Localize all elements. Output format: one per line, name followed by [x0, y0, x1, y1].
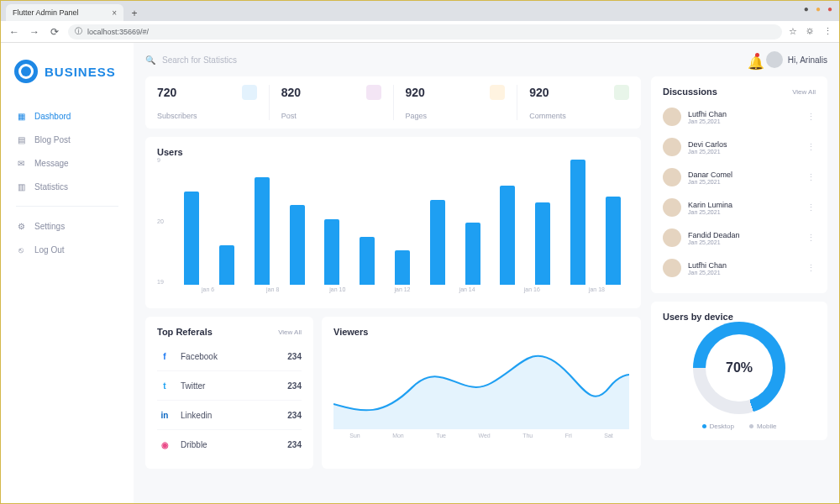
chart-bar: [324, 219, 339, 285]
logout-icon: ⎋: [16, 244, 26, 255]
y-tick: 19: [157, 279, 172, 285]
stat-value: 920: [529, 86, 549, 99]
nav-label: Log Out: [34, 245, 65, 255]
brand-logo[interactable]: BUSINESS: [1, 55, 134, 98]
discussion-item[interactable]: Danar Comel Jan 25,2021 ⋮: [663, 162, 816, 192]
discussions-card: Discussions View All Lutfhi Chan Jan 25,…: [651, 76, 827, 293]
bookmark-icon[interactable]: ☆: [789, 26, 797, 37]
chart-icon: ▥: [16, 181, 26, 192]
x-axis: jan 6jan 8jan 10jan 12jan 14jan 16jan 18: [176, 286, 629, 298]
more-icon[interactable]: ⋮: [806, 233, 816, 244]
maximize-icon[interactable]: ●: [816, 4, 821, 13]
nav-settings[interactable]: ⚙ Settings: [1, 215, 134, 237]
back-button[interactable]: ←: [8, 26, 21, 38]
reload-button[interactable]: ⟳: [48, 26, 61, 38]
chart-bar: [535, 202, 550, 285]
legend-item: Desktop: [702, 423, 734, 430]
discussion-date: Jan 25,2021: [688, 270, 800, 276]
nav-label: Dashbord: [34, 112, 71, 121]
referral-item[interactable]: f Facebook 234: [157, 342, 302, 371]
avatar: [663, 168, 681, 186]
discussion-item[interactable]: Lutfhi Chan Jan 25,2021 ⋮: [663, 102, 816, 132]
referrals-title: Top Referals: [157, 327, 213, 337]
stat-icon: [490, 85, 505, 100]
browser-tab[interactable]: Flutter Admin Panel ×: [6, 4, 123, 21]
y-tick: 20: [157, 218, 172, 224]
nav-blog-post[interactable]: ▤ Blog Post: [1, 129, 134, 150]
referral-value: 234: [287, 411, 302, 420]
x-tick: jan 8: [255, 286, 291, 298]
discussions-view-all[interactable]: View All: [792, 88, 816, 96]
menu-icon[interactable]: ⋮: [823, 26, 832, 37]
more-icon[interactable]: ⋮: [806, 202, 816, 213]
profile-icon[interactable]: ⛭: [806, 26, 815, 37]
minimize-icon[interactable]: ●: [804, 4, 809, 13]
nav-logout[interactable]: ⎋ Log Out: [1, 239, 134, 260]
stat-value: 920: [406, 86, 425, 99]
stat-icon: [614, 85, 629, 100]
discussion-date: Jan 25,2021: [688, 118, 800, 124]
more-icon[interactable]: ⋮: [806, 172, 816, 183]
referral-item[interactable]: t Twitter 234: [157, 371, 302, 401]
x-tick: jan 16: [513, 286, 550, 298]
nav-statistics[interactable]: ▥ Statistics: [1, 176, 134, 197]
y-tick: 9: [157, 157, 172, 163]
donut-chart: 70%: [693, 322, 785, 414]
close-window-icon[interactable]: ●: [827, 4, 832, 13]
referral-value: 234: [287, 381, 302, 391]
new-tab-button[interactable]: +: [127, 6, 142, 21]
viewers-day: Fri: [565, 433, 572, 438]
viewers-chart: [333, 337, 629, 429]
stat-card[interactable]: 720 Subscribers: [145, 85, 270, 120]
close-tab-icon[interactable]: ×: [112, 8, 117, 18]
main-content: 🔍 Search for Statistics 🔔 Hi, Arinalis 7…: [134, 43, 839, 504]
discussion-item[interactable]: Devi Carlos Jan 25,2021 ⋮: [663, 132, 816, 162]
viewers-day: Sun: [349, 433, 360, 438]
more-icon[interactable]: ⋮: [806, 142, 816, 153]
referrals-view-all[interactable]: View All: [278, 328, 302, 336]
chart-bar: [184, 192, 199, 285]
stat-value: 720: [157, 86, 176, 99]
nav-dashboard[interactable]: ▦ Dashbord: [1, 105, 134, 127]
discussion-name: Devi Carlos: [688, 140, 800, 149]
discussion-item[interactable]: Fandid Deadan Jan 25,2021 ⋮: [663, 223, 816, 253]
referral-item[interactable]: in Linkedin 234: [157, 401, 302, 430]
bar-chart: 92019 jan 6jan 8jan 10jan 12jan 14jan 16…: [157, 157, 629, 298]
avatar: [663, 108, 681, 126]
chart-bar: [500, 186, 515, 285]
avatar: [663, 138, 681, 156]
legend-item: Mobile: [749, 423, 777, 430]
discussion-item[interactable]: Lutfhi Chan Jan 25,2021 ⋮: [663, 253, 816, 283]
stat-card[interactable]: 920 Pages: [394, 85, 518, 120]
discussion-item[interactable]: Karin Lumina Jan 25,2021 ⋮: [663, 192, 816, 223]
search-icon: 🔍: [145, 55, 155, 65]
address-bar[interactable]: ⓘ localhost:35669/#/: [68, 24, 782, 39]
forward-button[interactable]: →: [28, 26, 41, 38]
chart-bar: [255, 177, 270, 285]
user-greeting: Hi, Arinalis: [788, 55, 827, 65]
x-tick: jan 10: [319, 286, 356, 298]
more-icon[interactable]: ⋮: [806, 263, 816, 274]
avatar: [663, 228, 681, 247]
chart-bar: [290, 205, 305, 285]
logo-icon: [14, 60, 38, 83]
referral-item[interactable]: ◉ Dribble 234: [157, 430, 302, 459]
referral-icon: ◉: [157, 437, 172, 452]
chart-bar: [395, 250, 410, 285]
notification-bell[interactable]: 🔔: [748, 55, 758, 65]
topbar: 🔍 Search for Statistics 🔔 Hi, Arinalis: [145, 51, 827, 68]
viewers-x-axis: SunMonTueWedThuFriSat: [333, 433, 629, 438]
stat-card[interactable]: 920 Comments: [517, 85, 641, 120]
stat-card[interactable]: 820 Post: [270, 85, 394, 120]
url-text: localhost:35669/#/: [87, 28, 149, 36]
user-menu[interactable]: Hi, Arinalis: [766, 51, 827, 68]
referral-value: 234: [287, 352, 302, 361]
referral-icon: f: [157, 349, 172, 364]
discussion-name: Karin Lumina: [688, 201, 800, 209]
top-referrals-card: Top Referals View All f Facebook 234 t T…: [145, 317, 313, 469]
more-icon[interactable]: ⋮: [806, 112, 816, 123]
viewers-card: Viewers SunMonTueWedThuFriSat: [322, 317, 641, 469]
nav-message[interactable]: ✉ Message: [1, 152, 134, 174]
search-box[interactable]: 🔍 Search for Statistics: [145, 55, 739, 65]
x-tick: jan 12: [384, 286, 421, 298]
